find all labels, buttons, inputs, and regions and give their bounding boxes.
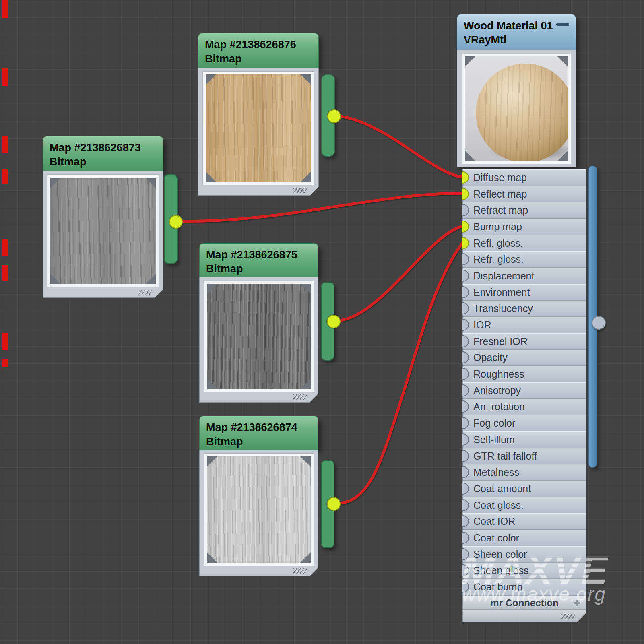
slot-row-coat-ior[interactable]: Coat IOR: [463, 513, 586, 530]
slot-label: IOR: [473, 319, 491, 331]
input-port[interactable]: [457, 515, 469, 527]
slot-label: Translucency: [473, 303, 533, 314]
output-port-2138626874[interactable]: [327, 497, 341, 511]
map-node-type: Bitmap: [205, 52, 318, 66]
map-node-header[interactable]: Map #2138626875 Bitmap: [199, 243, 318, 277]
wire-reflect[interactable]: [175, 194, 462, 221]
output-port-2138626873[interactable]: [169, 215, 183, 229]
input-port[interactable]: [457, 270, 469, 282]
edge-marker: [2, 169, 8, 184]
input-port[interactable]: [457, 302, 469, 314]
slot-row-metalness[interactable]: Metalness: [463, 464, 586, 481]
slot-row-refract-map[interactable]: Refract map: [463, 202, 586, 219]
map-node-header[interactable]: Map #2138626873 Bitmap: [43, 136, 163, 171]
input-port[interactable]: [457, 221, 469, 233]
resize-grip-icon[interactable]: [293, 188, 307, 193]
slot-row-anisotropy[interactable]: Anisotropy: [463, 382, 586, 399]
slot-label: Coat amount: [473, 483, 531, 494]
slot-row-ior[interactable]: IOR: [463, 317, 586, 333]
slot-row-fog-color[interactable]: Fog color: [463, 415, 586, 431]
input-port[interactable]: [457, 237, 469, 249]
slot-label: Refract map: [473, 204, 528, 216]
slot-row-coat-gloss[interactable]: Coat gloss.: [463, 497, 586, 514]
slot-row-diffuse-map[interactable]: Diffuse map: [463, 169, 586, 186]
slot-label: Self-illum: [473, 433, 515, 445]
input-port[interactable]: [457, 384, 469, 396]
resize-grip-icon[interactable]: [293, 394, 307, 400]
map-node-body[interactable]: [43, 171, 163, 298]
edge-marker: [2, 265, 8, 281]
input-port[interactable]: [457, 433, 469, 446]
bitmap-preview[interactable]: [203, 72, 314, 185]
material-node-header[interactable]: Wood Material 01 VRayMtl: [457, 14, 576, 50]
slot-row-coat-amount[interactable]: Coat amount: [463, 481, 586, 497]
input-port[interactable]: [457, 335, 469, 347]
input-port[interactable]: [457, 188, 469, 200]
map-node-header[interactable]: Map #2138626876 Bitmap: [198, 33, 319, 68]
slot-row-environment[interactable]: Environment: [463, 284, 586, 301]
wood-sphere-preview: [476, 64, 568, 161]
resize-grip-icon[interactable]: [561, 614, 575, 619]
slot-label: Refl. gloss.: [473, 237, 523, 249]
map-node-body[interactable]: [198, 68, 319, 196]
slot-row-self-illum[interactable]: Self-illum: [463, 431, 586, 448]
slot-label: Refr. gloss.: [473, 254, 524, 265]
material-preview[interactable]: [462, 54, 571, 164]
slot-label: Displacement: [473, 270, 534, 281]
collapse-minus-icon[interactable]: [556, 23, 569, 26]
map-node-body[interactable]: [199, 450, 318, 576]
input-port[interactable]: [457, 483, 469, 495]
wire-bump[interactable]: [333, 226, 462, 321]
map-node-2138626876[interactable]: Map #2138626876 Bitmap: [198, 33, 319, 196]
corner-fold-icon: [300, 552, 311, 563]
input-port[interactable]: [457, 368, 469, 380]
slot-row-reflect-map[interactable]: Reflect map: [463, 186, 586, 202]
corner-fold-icon: [300, 456, 311, 467]
input-port[interactable]: [457, 466, 469, 478]
slot-row-fresnel-ior[interactable]: Fresnel IOR: [463, 333, 586, 350]
map-node-body[interactable]: [199, 277, 318, 402]
slot-row-gtr-tail-falloff[interactable]: GTR tail falloff: [463, 448, 586, 464]
material-preview-body[interactable]: [457, 50, 576, 167]
slot-row-refl-gloss[interactable]: Refl. gloss.: [463, 235, 586, 252]
slot-row-roughness[interactable]: Roughness: [463, 366, 586, 382]
input-port[interactable]: [457, 286, 469, 298]
input-port[interactable]: [457, 319, 469, 331]
input-port[interactable]: [457, 204, 469, 216]
input-port[interactable]: [457, 417, 469, 429]
slot-label: GTR tail falloff: [473, 450, 537, 462]
wire-diffuse[interactable]: [333, 116, 462, 177]
input-port[interactable]: [457, 532, 469, 544]
bitmap-preview[interactable]: [204, 281, 314, 392]
light-gray-wood-texture: [207, 456, 311, 563]
output-port-2138626875[interactable]: [327, 315, 341, 328]
output-port-2138626876[interactable]: [327, 109, 341, 123]
edge-marker: [2, 136, 8, 153]
side-panel-handle[interactable]: [592, 316, 606, 330]
slot-row-translucency[interactable]: Translucency: [463, 301, 586, 317]
input-port[interactable]: [457, 253, 469, 265]
resize-grip-icon[interactable]: [293, 568, 307, 574]
input-port[interactable]: [457, 351, 469, 363]
material-node-wood-material-01[interactable]: Wood Material 01 VRayMtl Diffuse mapRefl…: [457, 14, 576, 50]
slot-row-bump-map[interactable]: Bump map: [463, 219, 586, 235]
slot-row-refr-gloss[interactable]: Refr. gloss.: [463, 251, 586, 268]
input-port[interactable]: [457, 499, 469, 511]
input-port[interactable]: [457, 171, 469, 184]
map-node-header[interactable]: Map #2138626874 Bitmap: [199, 416, 318, 450]
bitmap-preview[interactable]: [47, 175, 159, 287]
input-port[interactable]: [457, 400, 469, 413]
slot-row-an-rotation[interactable]: An. rotation: [463, 399, 586, 415]
slot-row-displacement[interactable]: Displacement: [463, 268, 586, 284]
map-node-title: Map #2138626876: [205, 37, 318, 52]
material-node-title: Wood Material 01: [464, 19, 576, 33]
wire-refl-gloss[interactable]: [333, 243, 462, 503]
slot-row-opacity[interactable]: Opacity: [463, 350, 586, 366]
input-port[interactable]: [457, 450, 469, 462]
map-node-2138626874[interactable]: Map #2138626874 Bitmap: [199, 416, 318, 576]
map-node-2138626873[interactable]: Map #2138626873 Bitmap: [43, 136, 163, 298]
bitmap-preview[interactable]: [204, 454, 314, 566]
resize-grip-icon[interactable]: [138, 290, 152, 295]
map-node-2138626875[interactable]: Map #2138626875 Bitmap: [199, 243, 318, 402]
slot-row-coat-color[interactable]: Coat color: [463, 530, 586, 546]
